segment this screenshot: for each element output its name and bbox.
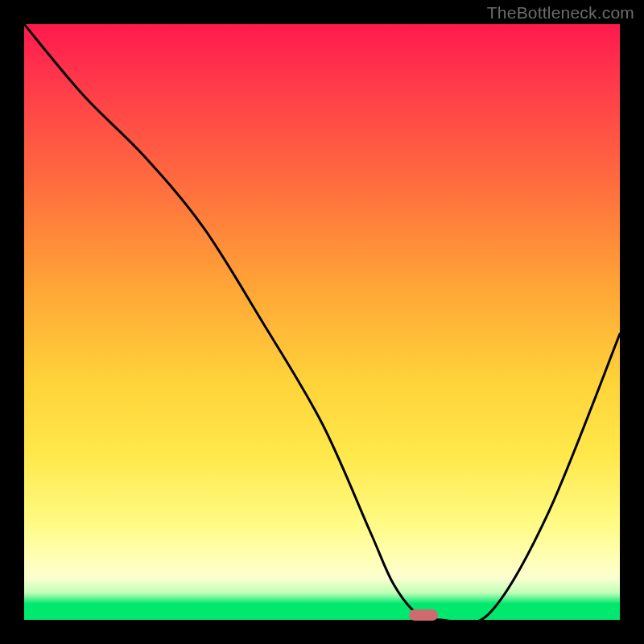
- optimum-marker: [409, 609, 438, 621]
- watermark-text: TheBottleneck.com: [487, 3, 634, 23]
- curve-path: [24, 24, 620, 620]
- bottleneck-curve: [24, 24, 620, 620]
- plot-area: [24, 24, 620, 620]
- chart-frame: TheBottleneck.com: [0, 0, 644, 644]
